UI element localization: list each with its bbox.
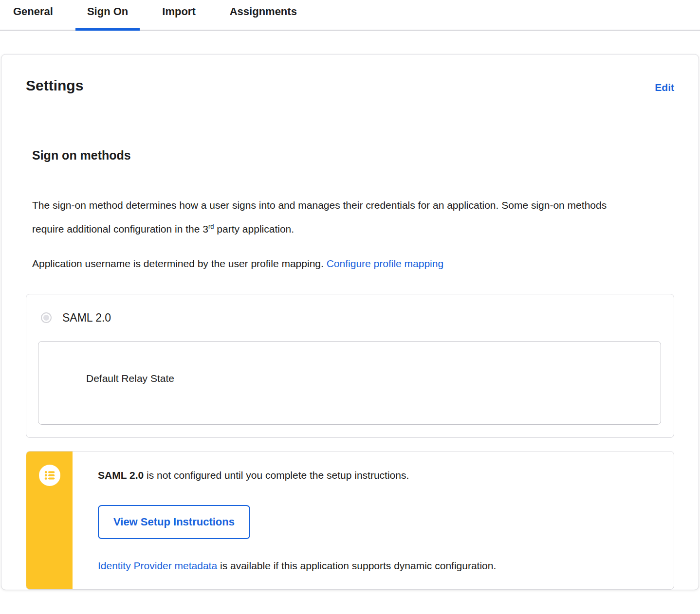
setup-list-icon xyxy=(39,465,60,486)
tab-general[interactable]: General xyxy=(1,0,65,30)
tab-assignments[interactable]: Assignments xyxy=(218,0,309,30)
warning-accent-bar xyxy=(26,451,73,589)
default-relay-state-box: Default Relay State xyxy=(38,341,661,425)
description-superscript: rd xyxy=(208,223,214,230)
edit-link[interactable]: Edit xyxy=(655,82,674,93)
metadata-note-text: is available if this application support… xyxy=(217,560,496,571)
saml-warning-callout: SAML 2.0 is not configured until you com… xyxy=(26,451,674,590)
username-note: Application username is determined by th… xyxy=(32,252,636,275)
description-text-end: party application. xyxy=(214,223,294,235)
metadata-note: Identity Provider metadata is available … xyxy=(98,559,654,573)
section-title: Sign on methods xyxy=(32,148,674,163)
warning-message-bold: SAML 2.0 xyxy=(98,470,144,481)
description-text: The sign-on method determines how a user… xyxy=(32,199,607,235)
saml-radio-row: SAML 2.0 xyxy=(41,311,661,325)
saml-method-box: SAML 2.0 Default Relay State xyxy=(26,294,674,438)
saml-radio[interactable] xyxy=(41,312,52,323)
card-header: Settings Edit xyxy=(26,77,674,94)
settings-card: Settings Edit Sign on methods The sign-o… xyxy=(1,54,699,590)
warning-message: SAML 2.0 is not configured until you com… xyxy=(98,468,654,483)
tab-import[interactable]: Import xyxy=(150,0,207,30)
saml-radio-label: SAML 2.0 xyxy=(62,311,111,325)
page-title: Settings xyxy=(26,77,83,94)
username-note-text: Application username is determined by th… xyxy=(32,258,327,269)
view-setup-instructions-button[interactable]: View Setup Instructions xyxy=(98,505,250,539)
configure-profile-mapping-link[interactable]: Configure profile mapping xyxy=(327,258,443,269)
default-relay-state-label: Default Relay State xyxy=(86,373,174,384)
tab-sign-on[interactable]: Sign On xyxy=(75,0,140,30)
tab-bar: General Sign On Import Assignments xyxy=(0,0,700,31)
saml-radio-dot xyxy=(43,315,49,321)
sign-on-description: The sign-on method determines how a user… xyxy=(32,193,636,241)
warning-body: SAML 2.0 is not configured until you com… xyxy=(73,451,674,589)
identity-provider-metadata-link[interactable]: Identity Provider metadata xyxy=(98,560,217,571)
warning-message-text: is not configured until you complete the… xyxy=(144,470,409,481)
